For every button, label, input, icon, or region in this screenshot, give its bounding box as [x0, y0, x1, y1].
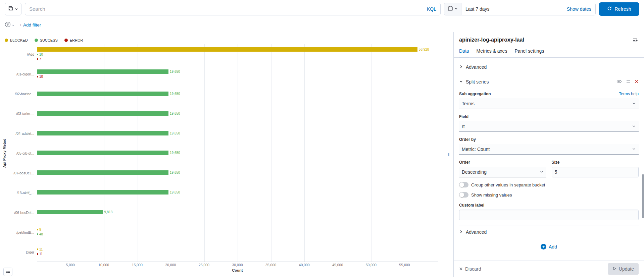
panel-scrollbar[interactable] — [642, 174, 644, 218]
collapse-panel-button[interactable] — [632, 37, 639, 45]
bar-value-label: 19,650 — [170, 112, 180, 115]
y-axis-labels: /Add/01-digerI.../02-hazine.../03-tarim-… — [9, 44, 37, 262]
chart-legend: BLOCKEDSUCCESSERROR — [0, 36, 444, 44]
panel-resizer[interactable]: ‖ — [444, 32, 453, 277]
category-label: /pet/findB... — [9, 222, 34, 242]
x-tick-label: 5,000 — [66, 263, 75, 267]
drag-handle[interactable] — [626, 79, 631, 85]
x-tick-label: 35,000 — [265, 263, 276, 267]
y-axis-title: Api Proxy Metod — [0, 44, 9, 262]
category-label: /Add — [9, 44, 34, 64]
terms-help-link[interactable]: Terms help — [619, 92, 639, 96]
bar-success[interactable] — [37, 131, 168, 135]
date-range-value[interactable]: Last 7 days — [461, 6, 567, 12]
refresh-button[interactable]: Refresh — [599, 2, 639, 16]
tab-metrics-axes[interactable]: Metrics & axes — [477, 48, 507, 57]
date-quick-select-button[interactable] — [444, 3, 461, 15]
bar-value-label: 10 — [39, 53, 43, 56]
eye-icon — [616, 79, 622, 85]
category-label: /01-digerI... — [9, 64, 34, 84]
search-input[interactable] — [29, 6, 424, 12]
toggle-visibility-button[interactable] — [616, 79, 622, 85]
tab-data[interactable]: Data — [459, 48, 469, 57]
panel-title: apinizer-log-apiproxy-laal — [459, 37, 524, 43]
bar-blocked[interactable] — [37, 248, 38, 250]
legend-item-error[interactable]: ERROR — [64, 38, 83, 42]
advanced-label: Advanced — [466, 64, 487, 70]
legend-item-blocked[interactable]: BLOCKED — [5, 38, 28, 42]
update-button[interactable]: Update — [608, 263, 639, 275]
bar-success[interactable] — [37, 210, 103, 214]
bar-value-label: 9 — [39, 228, 41, 231]
category-label: /04-adalet... — [9, 123, 34, 143]
chart-row: 19,650 — [37, 104, 438, 123]
chevron-down-icon — [632, 101, 636, 106]
remove-split-series-button[interactable] — [635, 79, 639, 85]
bar-error[interactable] — [37, 76, 38, 77]
chart-row: 19,65010 — [37, 64, 438, 84]
refresh-label: Refresh — [614, 6, 631, 12]
chart-rows: 56,92810719,6501019,65019,65019,65019,65… — [37, 44, 438, 262]
bar-value-label: 11 — [39, 252, 43, 256]
search-box: KQL — [25, 3, 441, 15]
legend-toggle-button[interactable] — [3, 268, 12, 276]
split-series-header[interactable]: Split series — [459, 77, 639, 86]
legend-label: ERROR — [70, 38, 83, 42]
legend-dot — [5, 39, 8, 42]
list-icon — [6, 269, 10, 275]
bar-success[interactable] — [37, 111, 168, 116]
x-tick-label: 25,000 — [199, 263, 209, 267]
bar-value-label: 19,650 — [170, 92, 180, 96]
bar-success[interactable] — [37, 170, 168, 175]
play-icon — [612, 266, 616, 272]
bar-blocked[interactable] — [37, 47, 417, 52]
size-input[interactable] — [552, 167, 639, 177]
bar-blocked[interactable] — [37, 229, 38, 230]
filter-menu-button[interactable] — [5, 21, 15, 29]
bar-error[interactable] — [37, 58, 38, 60]
split-series-title: Split series — [466, 79, 616, 85]
bar-value-label: 10 — [39, 75, 43, 78]
bar-success[interactable] — [37, 233, 38, 235]
chevron-down-icon — [454, 6, 458, 11]
chart-row: 19,650 — [37, 182, 438, 202]
add-filter-link[interactable]: + Add filter — [19, 22, 41, 27]
bar-success[interactable] — [37, 190, 168, 195]
order-select[interactable]: Descending — [459, 167, 546, 177]
x-tick-label: 40,000 — [299, 263, 310, 267]
discard-button[interactable]: Discard — [459, 266, 481, 272]
bar-success[interactable] — [37, 151, 168, 155]
save-icon — [8, 6, 13, 12]
field-label: Field — [459, 114, 639, 119]
field-select[interactable]: rt — [459, 121, 639, 132]
show-dates-link[interactable]: Show dates — [567, 6, 595, 12]
add-sub-bucket-button[interactable]: + Add — [541, 244, 557, 250]
chevron-down-icon — [540, 169, 544, 175]
kql-language-button[interactable]: KQL — [424, 6, 436, 12]
date-picker: Last 7 days Show dates — [444, 3, 596, 15]
close-icon — [459, 266, 463, 272]
chevron-down-icon — [12, 22, 15, 28]
legend-label: BLOCKED — [10, 38, 28, 42]
group-other-values-toggle[interactable] — [459, 182, 468, 187]
bar-success[interactable] — [37, 92, 168, 96]
category-label: /06-bosDel... — [9, 203, 34, 222]
advanced-section-top[interactable]: Advanced — [459, 60, 639, 74]
group-other-values-label: Group other values in separate bucket — [471, 182, 545, 187]
tab-panel-settings[interactable]: Panel settings — [514, 48, 544, 57]
category-label: /07-bosUcJ... — [9, 163, 34, 183]
bar-success[interactable] — [37, 54, 38, 55]
order-by-select[interactable]: Metric: Count — [459, 144, 639, 155]
custom-label-input[interactable] — [459, 210, 639, 220]
chart-row: 19,650 — [37, 143, 438, 163]
legend-dot — [35, 39, 38, 42]
bar-success[interactable] — [37, 69, 168, 74]
advanced-section-bottom[interactable]: Advanced — [459, 225, 639, 239]
sub-aggregation-select[interactable]: Terms — [459, 98, 639, 109]
bar-error[interactable] — [37, 253, 38, 255]
drag-handle-icon — [626, 79, 631, 85]
saved-query-menu-button[interactable] — [5, 3, 21, 15]
legend-item-success[interactable]: SUCCESS — [35, 38, 58, 42]
bar-value-label: 11 — [39, 247, 43, 251]
show-missing-values-toggle[interactable] — [459, 192, 468, 198]
